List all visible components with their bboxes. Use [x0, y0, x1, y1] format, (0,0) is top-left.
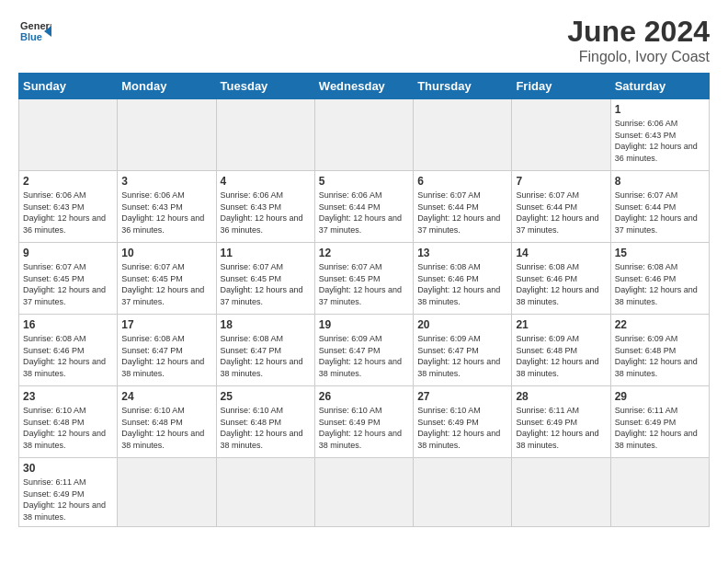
day-info: Sunrise: 6:06 AM Sunset: 6:43 PM Dayligh…	[221, 190, 311, 236]
day-info: Sunrise: 6:10 AM Sunset: 6:48 PM Dayligh…	[221, 405, 311, 451]
day-number: 25	[221, 390, 311, 403]
day-info: Sunrise: 6:06 AM Sunset: 6:43 PM Dayligh…	[23, 190, 113, 236]
calendar-cell: 7Sunrise: 6:07 AM Sunset: 6:44 PM Daylig…	[512, 171, 610, 243]
calendar-cell	[216, 458, 314, 527]
calendar-cell: 30Sunrise: 6:11 AM Sunset: 6:49 PM Dayli…	[19, 458, 118, 527]
col-friday: Friday	[512, 74, 610, 99]
day-number: 23	[23, 390, 113, 403]
calendar-cell: 8Sunrise: 6:07 AM Sunset: 6:44 PM Daylig…	[610, 171, 709, 243]
day-info: Sunrise: 6:10 AM Sunset: 6:48 PM Dayligh…	[121, 405, 211, 451]
title-area: June 2024 Fingolo, Ivory Coast	[567, 15, 710, 65]
day-info: Sunrise: 6:07 AM Sunset: 6:44 PM Dayligh…	[417, 190, 507, 236]
day-info: Sunrise: 6:06 AM Sunset: 6:43 PM Dayligh…	[615, 118, 705, 164]
day-info: Sunrise: 6:08 AM Sunset: 6:47 PM Dayligh…	[121, 333, 211, 379]
day-info: Sunrise: 6:09 AM Sunset: 6:47 PM Dayligh…	[417, 333, 507, 379]
calendar-subtitle: Fingolo, Ivory Coast	[567, 49, 710, 65]
calendar-cell	[512, 99, 610, 171]
day-info: Sunrise: 6:07 AM Sunset: 6:45 PM Dayligh…	[121, 261, 211, 307]
calendar-cell: 19Sunrise: 6:09 AM Sunset: 6:47 PM Dayli…	[314, 315, 413, 386]
day-info: Sunrise: 6:08 AM Sunset: 6:46 PM Dayligh…	[23, 333, 113, 379]
calendar-cell: 27Sunrise: 6:10 AM Sunset: 6:49 PM Dayli…	[414, 386, 512, 458]
calendar-cell: 20Sunrise: 6:09 AM Sunset: 6:47 PM Dayli…	[414, 315, 512, 386]
logo-area: General Blue	[18, 15, 51, 48]
day-number: 6	[417, 175, 507, 188]
calendar-cell	[314, 458, 413, 527]
calendar-cell	[118, 458, 216, 527]
day-info: Sunrise: 6:11 AM Sunset: 6:49 PM Dayligh…	[23, 477, 113, 523]
calendar-cell: 14Sunrise: 6:08 AM Sunset: 6:46 PM Dayli…	[512, 243, 610, 315]
col-thursday: Thursday	[414, 74, 512, 99]
calendar-title: June 2024	[567, 15, 710, 49]
calendar-cell: 10Sunrise: 6:07 AM Sunset: 6:45 PM Dayli…	[118, 243, 216, 315]
day-number: 11	[221, 247, 311, 259]
day-number: 4	[221, 175, 311, 188]
calendar-cell: 16Sunrise: 6:08 AM Sunset: 6:46 PM Dayli…	[19, 315, 118, 386]
day-number: 1	[615, 103, 705, 116]
col-tuesday: Tuesday	[216, 74, 314, 99]
day-number: 10	[121, 247, 211, 259]
day-info: Sunrise: 6:07 AM Sunset: 6:45 PM Dayligh…	[221, 261, 311, 307]
calendar-cell	[414, 99, 512, 171]
day-number: 8	[615, 175, 705, 188]
day-number: 28	[516, 390, 606, 403]
day-info: Sunrise: 6:06 AM Sunset: 6:43 PM Dayligh…	[121, 190, 211, 236]
calendar-cell: 13Sunrise: 6:08 AM Sunset: 6:46 PM Dayli…	[414, 243, 512, 315]
day-number: 2	[23, 175, 113, 188]
calendar-cell: 23Sunrise: 6:10 AM Sunset: 6:48 PM Dayli…	[19, 386, 118, 458]
day-number: 21	[516, 318, 606, 331]
generalblue-logo-icon: General Blue	[18, 15, 51, 48]
calendar-header: General Blue June 2024 Fingolo, Ivory Co…	[18, 15, 710, 65]
calendar-cell: 6Sunrise: 6:07 AM Sunset: 6:44 PM Daylig…	[414, 171, 512, 243]
calendar-header-row: Sunday Monday Tuesday Wednesday Thursday…	[19, 74, 710, 99]
day-number: 29	[615, 390, 705, 403]
day-number: 18	[221, 318, 311, 331]
calendar-cell	[216, 99, 314, 171]
day-info: Sunrise: 6:09 AM Sunset: 6:48 PM Dayligh…	[615, 333, 705, 379]
day-number: 7	[516, 175, 606, 188]
day-info: Sunrise: 6:07 AM Sunset: 6:44 PM Dayligh…	[615, 190, 705, 236]
calendar-cell: 15Sunrise: 6:08 AM Sunset: 6:46 PM Dayli…	[610, 243, 709, 315]
day-info: Sunrise: 6:07 AM Sunset: 6:45 PM Dayligh…	[319, 261, 409, 307]
day-number: 16	[23, 318, 113, 331]
calendar-cell: 9Sunrise: 6:07 AM Sunset: 6:45 PM Daylig…	[19, 243, 118, 315]
calendar-cell: 25Sunrise: 6:10 AM Sunset: 6:48 PM Dayli…	[216, 386, 314, 458]
day-number: 14	[516, 247, 606, 259]
calendar-cell: 17Sunrise: 6:08 AM Sunset: 6:47 PM Dayli…	[118, 315, 216, 386]
calendar-cell	[512, 458, 610, 527]
day-number: 26	[319, 390, 409, 403]
day-info: Sunrise: 6:08 AM Sunset: 6:46 PM Dayligh…	[516, 261, 606, 307]
calendar-cell: 21Sunrise: 6:09 AM Sunset: 6:48 PM Dayli…	[512, 315, 610, 386]
day-info: Sunrise: 6:06 AM Sunset: 6:44 PM Dayligh…	[319, 190, 409, 236]
calendar-body: 1Sunrise: 6:06 AM Sunset: 6:43 PM Daylig…	[19, 99, 710, 527]
day-number: 13	[417, 247, 507, 259]
calendar-cell: 22Sunrise: 6:09 AM Sunset: 6:48 PM Dayli…	[610, 315, 709, 386]
calendar-cell: 1Sunrise: 6:06 AM Sunset: 6:43 PM Daylig…	[610, 99, 709, 171]
calendar-cell: 5Sunrise: 6:06 AM Sunset: 6:44 PM Daylig…	[314, 171, 413, 243]
calendar-cell	[610, 458, 709, 527]
day-number: 5	[319, 175, 409, 188]
day-info: Sunrise: 6:09 AM Sunset: 6:47 PM Dayligh…	[319, 333, 409, 379]
day-number: 9	[23, 247, 113, 259]
day-info: Sunrise: 6:11 AM Sunset: 6:49 PM Dayligh…	[615, 405, 705, 451]
day-number: 19	[319, 318, 409, 331]
day-number: 3	[121, 175, 211, 188]
day-number: 24	[121, 390, 211, 403]
day-info: Sunrise: 6:07 AM Sunset: 6:44 PM Dayligh…	[516, 190, 606, 236]
day-info: Sunrise: 6:09 AM Sunset: 6:48 PM Dayligh…	[516, 333, 606, 379]
calendar-cell	[118, 99, 216, 171]
calendar-cell: 3Sunrise: 6:06 AM Sunset: 6:43 PM Daylig…	[118, 171, 216, 243]
day-info: Sunrise: 6:08 AM Sunset: 6:46 PM Dayligh…	[615, 261, 705, 307]
calendar-cell: 12Sunrise: 6:07 AM Sunset: 6:45 PM Dayli…	[314, 243, 413, 315]
calendar-cell	[414, 458, 512, 527]
day-info: Sunrise: 6:08 AM Sunset: 6:47 PM Dayligh…	[221, 333, 311, 379]
calendar-cell: 26Sunrise: 6:10 AM Sunset: 6:49 PM Dayli…	[314, 386, 413, 458]
calendar-table: Sunday Monday Tuesday Wednesday Thursday…	[18, 73, 710, 527]
calendar-cell: 2Sunrise: 6:06 AM Sunset: 6:43 PM Daylig…	[19, 171, 118, 243]
svg-text:Blue: Blue	[20, 31, 42, 42]
day-number: 27	[417, 390, 507, 403]
calendar-cell: 11Sunrise: 6:07 AM Sunset: 6:45 PM Dayli…	[216, 243, 314, 315]
col-wednesday: Wednesday	[314, 74, 413, 99]
day-number: 20	[417, 318, 507, 331]
calendar-cell: 4Sunrise: 6:06 AM Sunset: 6:43 PM Daylig…	[216, 171, 314, 243]
day-info: Sunrise: 6:10 AM Sunset: 6:49 PM Dayligh…	[417, 405, 507, 451]
